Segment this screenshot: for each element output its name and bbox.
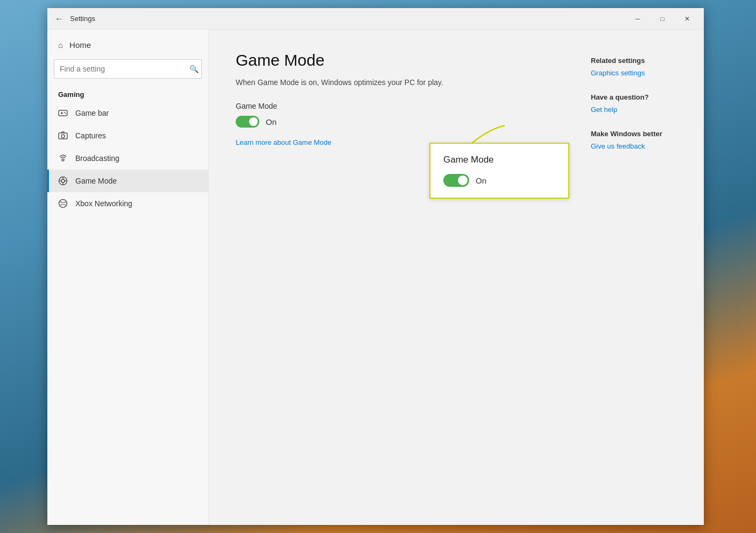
right-panel: Related settings Graphics settings Have … — [585, 30, 704, 525]
graphics-settings-link[interactable]: Graphics settings — [591, 69, 693, 77]
game-mode-toggle-row: On — [236, 116, 559, 128]
svg-point-3 — [64, 112, 65, 113]
back-button[interactable]: ← — [52, 11, 67, 26]
svg-point-6 — [61, 135, 65, 138]
related-settings-title: Related settings — [591, 57, 693, 65]
sidebar-item-game-bar-label: Game bar — [75, 109, 109, 117]
related-settings-section: Related settings Graphics settings — [591, 57, 693, 77]
title-bar: ← Settings ─ □ ✕ — [47, 8, 704, 30]
game-mode-setting-label: Game Mode — [236, 102, 559, 110]
sidebar-item-xbox-networking-label: Xbox Networking — [75, 199, 132, 208]
make-windows-better-section: Make Windows better Give us feedback — [591, 130, 693, 150]
popup-toggle[interactable] — [443, 174, 469, 187]
search-input[interactable] — [54, 59, 202, 79]
sidebar-item-captures-label: Captures — [75, 131, 106, 140]
svg-point-7 — [62, 159, 64, 161]
popup-toggle-knob — [458, 176, 468, 185]
search-icon: 🔍 — [189, 65, 199, 73]
svg-point-9 — [61, 179, 65, 183]
sidebar-item-game-mode[interactable]: Game Mode — [47, 170, 208, 192]
sidebar-item-game-mode-label: Game Mode — [75, 177, 117, 185]
svg-point-14 — [59, 200, 67, 208]
toggle-knob — [249, 117, 258, 126]
sidebar-item-broadcasting[interactable]: Broadcasting — [47, 147, 208, 170]
game-bar-icon — [58, 108, 68, 118]
search-box: 🔍 — [54, 59, 202, 79]
popup-toggle-state: On — [476, 176, 486, 185]
content-area: Game Mode When Game Mode is on, Windows … — [209, 30, 585, 525]
have-question-section: Have a question? Get help — [591, 93, 693, 114]
sidebar: ⌂ Home 🔍 Gaming Game bar — [47, 30, 209, 525]
window-controls: ─ □ ✕ — [625, 8, 700, 30]
broadcasting-icon — [58, 153, 68, 163]
maximize-button[interactable]: □ — [650, 8, 675, 30]
sidebar-item-broadcasting-label: Broadcasting — [75, 154, 119, 163]
game-mode-popup: Game Mode On — [429, 143, 569, 199]
get-help-link[interactable]: Get help — [591, 106, 693, 114]
popup-toggle-row: On — [443, 174, 555, 187]
give-feedback-link[interactable]: Give us feedback — [591, 142, 693, 150]
home-icon: ⌂ — [58, 40, 63, 50]
captures-icon — [58, 131, 68, 141]
sidebar-item-xbox-networking[interactable]: Xbox Networking — [47, 192, 208, 215]
make-windows-better-title: Make Windows better — [591, 130, 693, 138]
have-question-title: Have a question? — [591, 93, 693, 101]
xbox-networking-icon — [58, 199, 68, 208]
sidebar-item-game-bar[interactable]: Game bar — [47, 102, 208, 124]
window-title: Settings — [70, 15, 625, 23]
game-mode-toggle-state: On — [266, 117, 277, 127]
game-mode-icon — [58, 176, 68, 186]
page-title: Game Mode — [236, 51, 559, 69]
settings-window: ← Settings ─ □ ✕ ⌂ Home 🔍 Gaming — [47, 8, 704, 525]
learn-more-link[interactable]: Learn more about Game Mode — [236, 138, 331, 146]
content-description: When Game Mode is on, Windows optimizes … — [236, 78, 559, 87]
minimize-button[interactable]: ─ — [625, 8, 650, 30]
sidebar-section-label: Gaming — [47, 83, 208, 102]
close-button[interactable]: ✕ — [675, 8, 700, 30]
sidebar-home-item[interactable]: ⌂ Home — [47, 35, 208, 55]
svg-point-4 — [65, 113, 66, 114]
popup-title: Game Mode — [443, 155, 555, 165]
main-layout: ⌂ Home 🔍 Gaming Game bar — [47, 30, 704, 525]
game-mode-toggle[interactable] — [236, 116, 259, 128]
sidebar-home-label: Home — [69, 40, 91, 50]
sidebar-item-captures[interactable]: Captures — [47, 124, 208, 147]
